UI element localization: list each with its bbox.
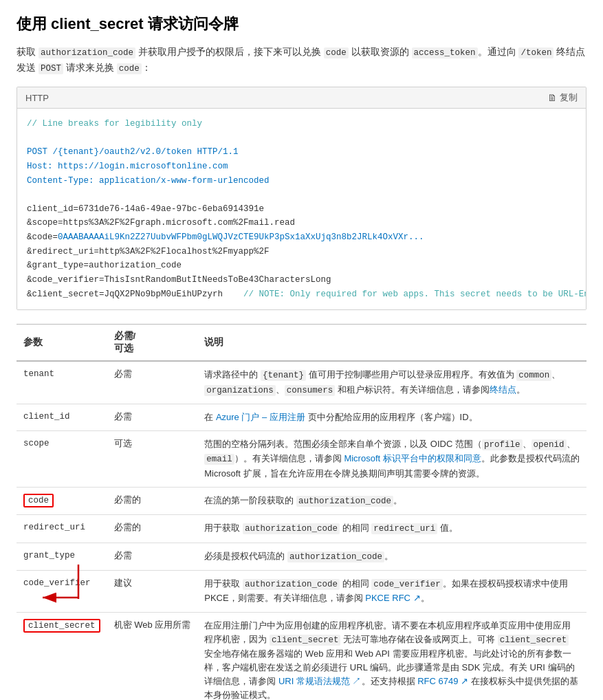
intro-paragraph: 获取 authorization_code 并获取用户授予的权限后，接下来可以兑…	[17, 44, 586, 76]
param-name-tenant: tenant	[17, 361, 107, 404]
copy-button[interactable]: 🗎 复制	[547, 91, 578, 104]
param-name-scope: scope	[17, 431, 107, 488]
param-name-client-secret: client_secret	[17, 612, 107, 700]
param-req-grant-type: 必需	[107, 543, 198, 570]
page-title: 使用 client_secret 请求访问令牌	[17, 14, 586, 34]
param-req-client-secret: 机密 Web 应用所需	[107, 612, 198, 700]
param-desc-client-id: 在 Azure 门户 – 应用注册 页中分配给应用的应用程序（客户端）ID。	[197, 404, 586, 430]
table-row: code_verifier 建议 用于获取 authorization_code…	[17, 571, 586, 613]
client-secret-boxed-label: client_secret	[23, 619, 100, 633]
params-table: 参数 必需/可选 说明 tenant 必需 请求路径中的 {tenant} 值可…	[17, 324, 586, 700]
param-req-scope: 可选	[107, 431, 198, 488]
link-tenant-endpoint[interactable]: 终结点	[490, 384, 516, 395]
table-row: scope 可选 范围的空格分隔列表。范围必须全部来自单个资源，以及 OIDC …	[17, 431, 586, 488]
code-content: // Line breaks for legibility only POST …	[17, 109, 586, 309]
param-name-redirect-uri: redirect_uri	[17, 515, 107, 543]
link-rfc6749[interactable]: RFC 6749 ↗	[417, 676, 468, 686]
param-req-code: 必需的	[107, 487, 198, 514]
link-uri-syntax[interactable]: URI 常规语法规范 ↗	[278, 676, 362, 686]
col-header-desc: 说明	[197, 325, 586, 362]
param-desc-tenant: 请求路径中的 {tenant} 值可用于控制哪些用户可以登录应用程序。有效值为 …	[197, 361, 586, 404]
param-desc-code: 在流的第一阶段获取的 authorization_code。	[197, 487, 586, 514]
code-boxed-label: code	[23, 494, 54, 507]
table-row: grant_type 必需 必须是授权代码流的 authorization_co…	[17, 543, 586, 570]
param-req-code-verifier: 建议	[107, 571, 198, 613]
code-block-header: HTTP 🗎 复制	[17, 87, 586, 109]
param-desc-redirect-uri: 用于获取 authorization_code 的相同 redirect_uri…	[197, 515, 586, 543]
col-header-param: 参数	[17, 325, 107, 362]
copy-icon: 🗎	[547, 92, 557, 103]
table-row-code: code 必需的 在流的第一阶段获取的 authorization_code。	[17, 487, 586, 514]
param-desc-scope: 范围的空格分隔列表。范围必须全部来自单个资源，以及 OIDC 范围（profil…	[197, 431, 586, 488]
table-header-row: 参数 必需/可选 说明	[17, 325, 586, 362]
param-req-client-id: 必需	[107, 404, 198, 430]
table-section: 参数 必需/可选 说明 tenant 必需 请求路径中的 {tenant} 值可…	[17, 324, 586, 700]
table-row: tenant 必需 请求路径中的 {tenant} 值可用于控制哪些用户可以登录…	[17, 361, 586, 404]
link-pkce-rfc[interactable]: PKCE RFC ↗	[365, 593, 420, 603]
table-row: client_id 必需 在 Azure 门户 – 应用注册 页中分配给应用的应…	[17, 404, 586, 430]
table-row: redirect_uri 必需的 用于获取 authorization_code…	[17, 515, 586, 543]
copy-label: 复制	[560, 91, 578, 104]
link-permissions[interactable]: Microsoft 标识平台中的权限和同意	[344, 453, 481, 463]
code-lang-label: HTTP	[25, 93, 49, 103]
param-req-redirect-uri: 必需的	[107, 515, 198, 543]
param-req-tenant: 必需	[107, 361, 198, 404]
param-name-grant-type: grant_type	[17, 543, 107, 570]
code-block: HTTP 🗎 复制 // Line breaks for legibility …	[17, 87, 586, 310]
param-name-code: code	[17, 487, 107, 514]
param-desc-grant-type: 必须是授权代码流的 authorization_code。	[197, 543, 586, 570]
col-header-req: 必需/可选	[107, 325, 198, 362]
param-desc-code-verifier: 用于获取 authorization_code 的相同 code_verifie…	[197, 571, 586, 613]
param-name-client-id: client_id	[17, 404, 107, 430]
param-name-code-verifier: code_verifier	[17, 571, 107, 613]
param-desc-client-secret: 在应用注册门户中为应用创建的应用程序机密。请不要在本机应用程序或单页应用中使用应…	[197, 612, 586, 700]
link-azure-portal[interactable]: Azure 门户 – 应用注册	[216, 412, 305, 422]
table-row-client-secret: client_secret 机密 Web 应用所需 在应用注册门户中为应用创建的…	[17, 612, 586, 700]
